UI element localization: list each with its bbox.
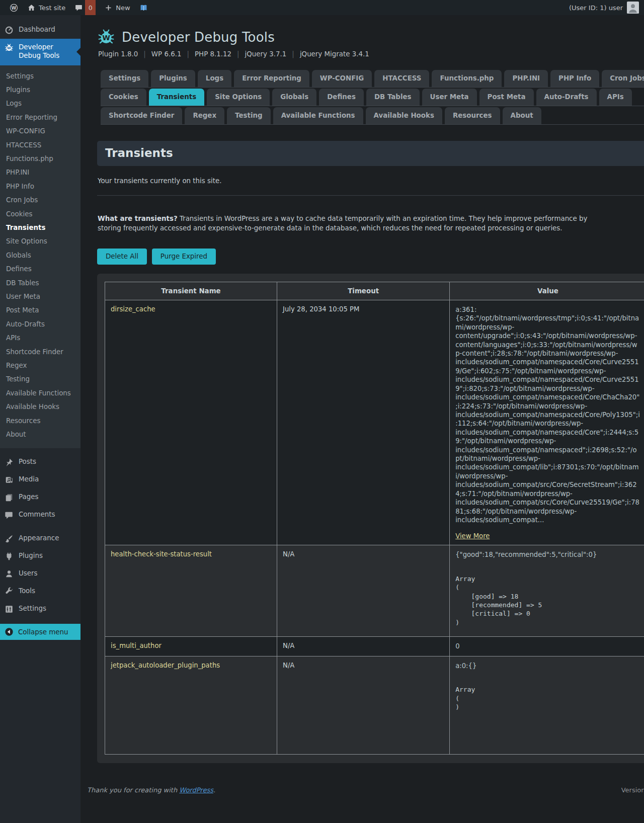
sidebar-subitem-settings[interactable]: Settings [0, 69, 80, 83]
table-row-jetpack-autoloader-plugin-paths: jetpack_autoloader_plugin_pathsN/Aa:0:{}… [105, 656, 644, 754]
sidebar-subitem-defines[interactable]: Defines [0, 262, 80, 276]
sidebar-item-comments[interactable]: Comments [0, 506, 80, 524]
sidebar-subitem-error-reporting[interactable]: Error Reporting [0, 111, 80, 124]
description-lead: What are transients? [98, 215, 178, 222]
tab-functions-php[interactable]: Functions.php [432, 70, 502, 87]
sidebar-item-users[interactable]: Users [0, 565, 80, 583]
sidebar-subitem-available-functions[interactable]: Available Functions [0, 386, 80, 400]
sidebar-subitem-regex[interactable]: Regex [0, 359, 80, 372]
sidebar-item-settings[interactable]: Settings [0, 600, 80, 618]
sidebar-subitem-user-meta[interactable]: User Meta [0, 290, 80, 303]
tab-auto-drafts[interactable]: Auto-Drafts [536, 89, 597, 106]
meta-item: Plugin 1.8.0 [98, 50, 138, 58]
sidebar-subitem-post-meta[interactable]: Post Meta [0, 303, 80, 317]
tab-error-reporting[interactable]: Error Reporting [234, 70, 309, 87]
new-button[interactable]: New [100, 0, 134, 15]
sidebar-subitem-shortcode-finder[interactable]: Shortcode Finder [0, 345, 80, 359]
site-name-link[interactable]: Test site [23, 0, 70, 15]
sidebar-subitem-functions-php[interactable]: Functions.php [0, 152, 80, 166]
tab-php-ini[interactable]: PHP.INI [504, 70, 548, 87]
sidebar-item-developer-debug-tools[interactable]: W Developer Debug Tools [0, 39, 80, 65]
actions: Delete All Purge Expired [97, 249, 644, 265]
sidebar-subitem-about[interactable]: About [0, 428, 80, 441]
tab-resources[interactable]: Resources [445, 107, 500, 124]
tab-regex[interactable]: Regex [185, 107, 224, 124]
sidebar-subitem-db-tables[interactable]: DB Tables [0, 276, 80, 290]
tab-testing[interactable]: Testing [227, 107, 271, 124]
sidebar-item-plugins[interactable]: Plugins [0, 547, 80, 565]
tab-post-meta[interactable]: Post Meta [479, 89, 534, 106]
sidebar-subitem-php-ini[interactable]: PHP.INI [0, 166, 80, 179]
delete-all-button[interactable]: Delete All [97, 249, 147, 265]
sidebar-subitem-available-hooks[interactable]: Available Hooks [0, 400, 80, 414]
comments-bubble-icon[interactable] [70, 0, 85, 15]
sidebar-subitem-cron-jobs[interactable]: Cron Jobs [0, 193, 80, 207]
column-header-transient-name: Transient Name [105, 282, 277, 300]
sidebar-subitem-transients[interactable]: Transients [0, 221, 80, 234]
tab-about[interactable]: About [503, 107, 541, 124]
tab-shortcode-finder[interactable]: Shortcode Finder [101, 107, 182, 124]
sidebar-item-pages[interactable]: Pages [0, 488, 80, 506]
tab-htaccess[interactable]: HTACCESS [374, 70, 429, 87]
sidebar-item-label: Plugins [19, 552, 43, 560]
value-text: 0 [455, 642, 640, 650]
value-cell: 0 [450, 637, 644, 656]
sidebar-subitem-plugins[interactable]: Plugins [0, 83, 80, 97]
tab-cron-jobs[interactable]: Cron Jobs [602, 70, 644, 87]
collapse-menu-button[interactable]: Collapse menu [0, 624, 80, 640]
tab-apis[interactable]: APIs [599, 89, 632, 106]
tab-defines[interactable]: Defines [319, 89, 364, 106]
sidebar-subitem-wp-config[interactable]: WP-CONFIG [0, 124, 80, 138]
admin-footer: Thank you for creating with WordPress. V… [87, 786, 644, 794]
bug-icon: W [5, 43, 14, 52]
tab-site-options[interactable]: Site Options [207, 89, 270, 106]
sidebar-item-dashboard[interactable]: Dashboard [0, 21, 80, 39]
sidebar-item-label: Appearance [19, 534, 59, 543]
section-heading-panel: Transients [97, 141, 644, 166]
book-icon[interactable] [135, 0, 152, 15]
meta-item: PHP 8.1.12 [195, 50, 231, 58]
wordpress-link[interactable]: WordPress [179, 786, 213, 794]
sidebar-item-media[interactable]: Media [0, 471, 80, 488]
plugin-header: W Developer Debug Tools Plugin 1.8.0|WP … [97, 28, 644, 58]
sidebar-item-label: Comments [19, 511, 55, 519]
sidebar-subitem-auto-drafts[interactable]: Auto-Drafts [0, 317, 80, 331]
transient-name-cell: dirsize_cache [105, 300, 277, 545]
sidebar-subitem-php-info[interactable]: PHP Info [0, 180, 80, 193]
purge-expired-button[interactable]: Purge Expired [152, 249, 216, 265]
tab-logs[interactable]: Logs [198, 70, 231, 87]
svg-text:W: W [7, 46, 11, 50]
sidebar-subitem-htaccess[interactable]: HTACCESS [0, 138, 80, 152]
transient-name-cell: jetpack_autoloader_plugin_paths [105, 656, 277, 754]
tab-settings[interactable]: Settings [101, 70, 148, 87]
wordpress-logo-icon[interactable]: W [5, 0, 23, 15]
tab-cookies[interactable]: Cookies [101, 89, 146, 106]
sidebar-item-appearance[interactable]: Appearance [0, 530, 80, 547]
comments-count-badge[interactable]: 0 [85, 0, 96, 15]
tab-plugins[interactable]: Plugins [151, 70, 195, 87]
tab-transients[interactable]: Transients [149, 89, 204, 106]
tab-available-hooks[interactable]: Available Hooks [366, 107, 442, 124]
sidebar-subitem-logs[interactable]: Logs [0, 97, 80, 110]
view-more-link[interactable]: View More [455, 532, 490, 540]
tab-wp-config[interactable]: WP-CONFIG [312, 70, 372, 87]
transients-table: Transient NameTimeoutValue dirsize_cache… [105, 282, 644, 755]
tab-row: CookiesTransientsSite OptionsGlobalsDefi… [101, 88, 644, 106]
tab-db-tables[interactable]: DB Tables [366, 89, 420, 106]
transient-name-cell: health-check-site-status-result [105, 545, 277, 637]
tab-globals[interactable]: Globals [272, 89, 316, 106]
tab-available-functions[interactable]: Available Functions [273, 107, 363, 124]
sidebar-subitem-site-options[interactable]: Site Options [0, 234, 80, 248]
sidebar-subitem-globals[interactable]: Globals [0, 249, 80, 262]
account-menu[interactable]: (User ID: 1) user [569, 2, 640, 14]
sidebar-item-posts[interactable]: Posts [0, 453, 80, 471]
sidebar-subitem-apis[interactable]: APIs [0, 331, 80, 345]
sidebar-subitem-testing[interactable]: Testing [0, 372, 80, 386]
sidebar-subitem-resources[interactable]: Resources [0, 414, 80, 428]
tab-user-meta[interactable]: User Meta [422, 89, 477, 106]
sidebar-subitem-cookies[interactable]: Cookies [0, 207, 80, 221]
tab-php-info[interactable]: PHP Info [550, 70, 599, 87]
avatar [627, 2, 639, 14]
value-cell: a:0:{}Array ( ) [450, 656, 644, 754]
sidebar-item-tools[interactable]: Tools [0, 583, 80, 600]
